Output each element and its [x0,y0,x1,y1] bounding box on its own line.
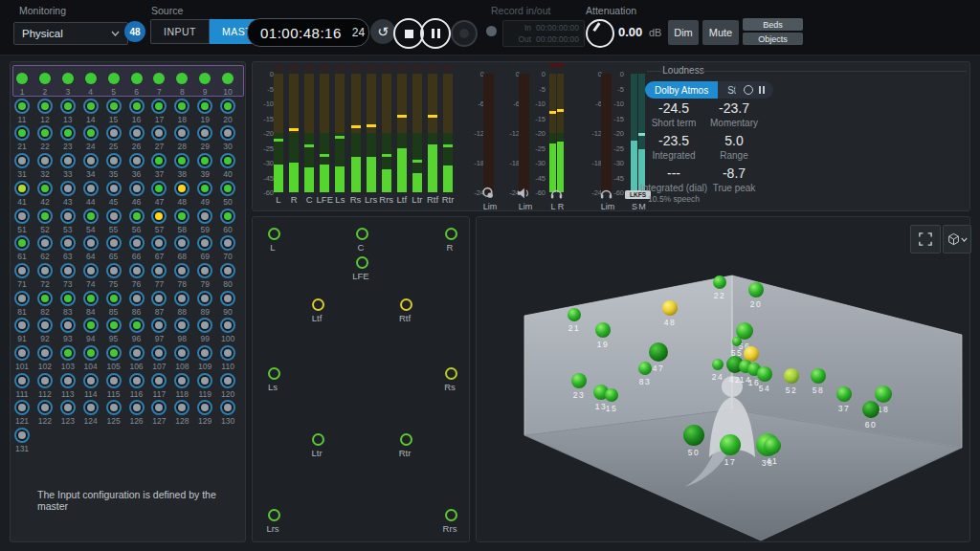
meter-bar [382,74,391,192]
channel-indicator [14,153,30,168]
channel-state-dot [18,185,26,192]
channel-indicator [197,318,212,333]
channel-state-dot [201,321,209,329]
channel-state-dot [18,102,26,110]
loudness-reset-icon[interactable] [744,85,753,95]
channel-indicator [151,209,167,224]
meter-peak-hold [289,128,299,131]
channel-state-dot [133,295,141,302]
speaker-dot-l [268,228,280,240]
channel-indicator [14,345,30,361]
meter-level-fill [335,166,345,192]
channel-indicator [197,400,212,415]
channel-indicator [220,345,235,361]
channel-state-dot [224,212,232,220]
channel-indicator [83,181,99,196]
meter-scale-tick: -10 [255,99,274,108]
meter-level-fill [397,148,407,193]
channel-number: 35 [101,169,126,179]
channel-indicator [85,73,97,84]
audio-object [748,282,764,298]
channel-indicator [197,263,212,278]
channel-state-dot [155,185,163,192]
audio-object-label: 41 [767,456,778,466]
meter-scale-tick: 0 [255,70,274,78]
channel-indicator [60,153,76,168]
speaker-dot-r [445,228,457,240]
record-button[interactable] [451,20,478,47]
meter-peak-hold [335,136,345,139]
channel-state-dot [178,185,186,192]
channel-number: 34 [78,169,103,179]
clip-indicator [367,66,376,70]
channel-number: 14 [78,115,103,124]
meter-bar [335,74,345,192]
speaker-label: Rrs [435,523,464,534]
speaker-label: Ltr [302,448,331,458]
channel-number: 58 [169,225,194,234]
channel-number: 129 [192,416,217,426]
channel-number: 40 [215,169,240,179]
dim-button[interactable]: Dim [668,20,699,45]
channel-indicator [83,125,99,141]
meter-scale-tick: -12 [501,129,520,138]
channel-state-dot [178,377,186,385]
channel-state-dot [87,349,95,357]
channel-state-dot [87,102,95,110]
loudness-pause-button[interactable] [759,86,765,94]
channel-state-dot [155,102,163,110]
channel-state-dot [133,267,141,275]
objects-button[interactable]: Objects [743,33,803,45]
channel-number: 70 [215,252,240,261]
channel-number: 75 [101,279,126,289]
meter-headroom-zone [412,74,422,133]
speaker-label: C [346,242,375,253]
source-input-tab[interactable]: INPUT [150,19,210,44]
attenuation-knob[interactable] [586,19,614,48]
channel-indicator [83,99,99,114]
return-to-start-button[interactable]: ↺ [370,19,395,44]
clip-indicator [412,66,422,70]
meter-level-fill [304,167,314,192]
channel-number: 121 [10,416,34,426]
knob-needle [592,22,600,32]
channel-number: 66 [124,252,149,261]
channel-indicator [14,125,30,141]
fullscreen-button[interactable] [910,225,941,253]
meter-scale-tick: -18 [501,159,520,167]
room-3d-view[interactable]: 2119484722205655572442141654835258371860… [476,216,970,542]
meter-channel-label: Rtr [436,194,459,205]
channel-state-dot [64,185,72,192]
channel-number: 25 [101,142,126,151]
channel-number: 97 [146,334,171,343]
channel-indicator [220,125,235,141]
channel-indicator [197,235,212,251]
channel-indicator [220,181,235,196]
tab-dolby-atmos[interactable]: Dolby Atmos [645,81,718,99]
meter-headroom-zone [557,74,564,133]
channel-state-dot [178,157,186,165]
meter-scale-tick: -20 [255,129,274,138]
meter-bar [443,74,453,192]
channel-number: 2 [33,87,57,97]
meter-bar [304,74,314,192]
speaker-dot-ltf [312,298,324,311]
channel-indicator [60,209,76,224]
channel-number: 82 [33,307,57,317]
channel-indicator [106,291,122,306]
channel-number: 131 [10,444,34,453]
channel-number: 86 [124,307,149,317]
divider [702,71,967,72]
meter-headroom-zone [351,74,361,133]
channel-state-dot [41,239,49,247]
view-mode-button[interactable] [943,225,971,253]
audio-object [568,308,581,321]
channel-indicator [174,318,189,333]
channel-number: 68 [169,252,194,261]
pause-button[interactable] [420,18,451,49]
channel-state-dot [18,212,26,220]
record-inout-toggle[interactable] [486,26,497,36]
monitoring-select[interactable]: Physical [13,22,128,45]
mute-button[interactable]: Mute [702,20,739,45]
beds-button[interactable]: Beds [743,18,803,31]
